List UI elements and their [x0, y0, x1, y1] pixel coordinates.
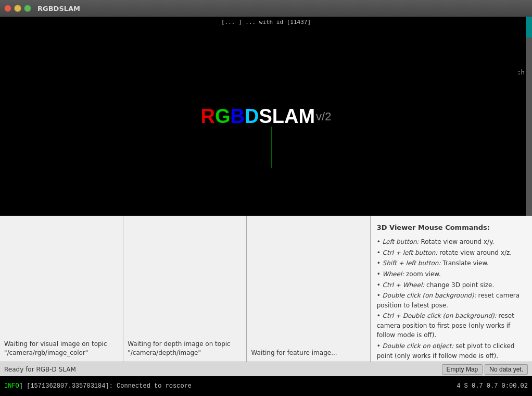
viewer-info-title: 3D Viewer Mouse Commands: — [377, 222, 526, 233]
maximize-button[interactable] — [24, 5, 31, 12]
feature-image-text: Waiting for feature image... — [251, 349, 337, 357]
terminal-stats: 4 S 0.7 0.7 0:00.02 — [457, 382, 528, 390]
bottom-panel: Waiting for visual image on topic "/came… — [0, 216, 532, 376]
window-buttons — [4, 5, 31, 12]
info-line-2: • Ctrl + left button: rotate view around… — [377, 248, 526, 258]
info-line-8: • Double click on object: set pivot to c… — [377, 341, 526, 361]
info-line-7: • Ctrl + Double click (on background): r… — [377, 311, 526, 340]
top-status-text: [... ] ... with id [11437] — [219, 17, 313, 28]
teal-bar — [526, 17, 532, 38]
viewer-info-panel: 3D Viewer Mouse Commands: • Left button:… — [371, 216, 532, 362]
status-text: Ready for RGB-D SLAM — [4, 366, 76, 373]
right-scrollbar[interactable] — [526, 17, 532, 216]
info-line-3: • Shift + left button: Translate view. — [377, 258, 526, 268]
close-button[interactable] — [4, 5, 11, 12]
visual-image-panel: Waiting for visual image on topic "/came… — [0, 216, 123, 362]
titlebar: RGBDSLAM — [0, 0, 532, 17]
logo-g: G — [215, 105, 231, 128]
rgbdslam-logo: R G B D SLAM v/2 — [201, 105, 332, 128]
depth-image-panel: Waiting for depth image on topic "/camer… — [123, 216, 247, 362]
logo-slam: SLAM — [259, 105, 315, 128]
terminal-line: INFO] [1571362807.335703184]: Connected … — [4, 382, 457, 390]
info-line-4: • Wheel: zoom view. — [377, 269, 526, 279]
terminal-bar: INFO] [1571362807.335703184]: Connected … — [0, 376, 532, 396]
no-data-button[interactable]: No data yet. — [485, 364, 528, 375]
logo-line — [271, 127, 272, 168]
status-buttons: Empty Map No data yet. — [442, 364, 528, 375]
info-line-6: • Double click (on background): reset ca… — [377, 291, 526, 310]
depth-image-text: Waiting for depth image on topic "/camer… — [128, 340, 242, 357]
minimize-button[interactable] — [14, 5, 21, 12]
logo-r: R — [201, 105, 215, 128]
side-label-top: :h — [517, 69, 525, 76]
logo-b: B — [231, 105, 245, 128]
panels-row: Waiting for visual image on topic "/came… — [0, 216, 532, 362]
logo-d: D — [245, 105, 259, 128]
info-line-5: • Ctrl + Wheel: change 3D point size. — [377, 280, 526, 290]
info-line-1: • Left button: Rotate view around x/y. — [377, 237, 526, 247]
main-viewer[interactable]: [... ] ... with id [11437] R G B D SLAM … — [0, 17, 532, 216]
window-title: RGBDSLAM — [37, 5, 80, 13]
visual-image-text: Waiting for visual image on topic "/came… — [4, 340, 119, 357]
logo-v2: v/2 — [316, 109, 331, 123]
status-bar: Ready for RGB-D SLAM Empty Map No data y… — [0, 362, 532, 376]
feature-image-panel: Waiting for feature image... — [247, 216, 370, 362]
empty-map-button[interactable]: Empty Map — [442, 364, 483, 375]
